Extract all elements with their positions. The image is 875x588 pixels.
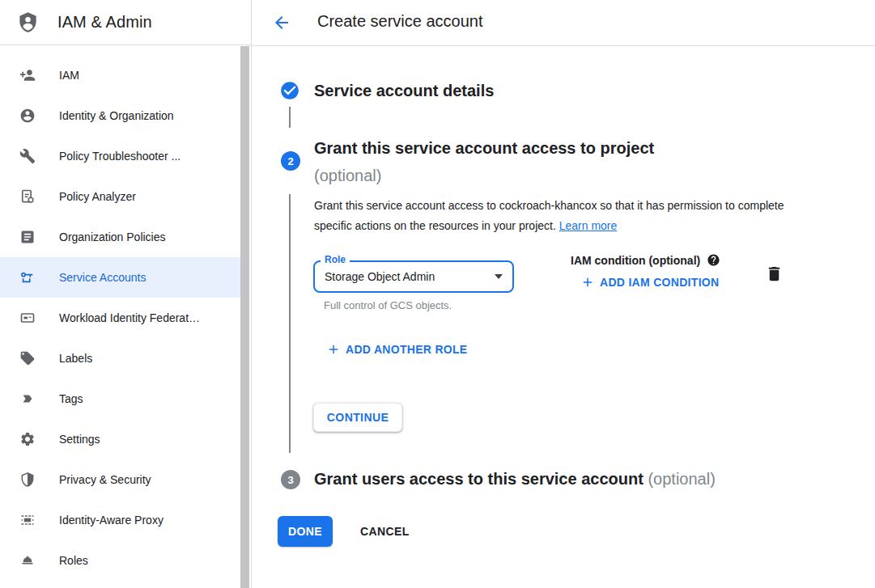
sidebar-header: IAM & Admin bbox=[0, 0, 251, 45]
sidebar-item-label: Labels bbox=[59, 352, 92, 365]
sidebar-item-tags[interactable]: Tags bbox=[0, 379, 240, 419]
description-text: Grant this service account access to coc… bbox=[314, 199, 784, 232]
plus-icon bbox=[326, 342, 341, 357]
sidebar-item-label: Settings bbox=[59, 433, 100, 446]
product-title: IAM & Admin bbox=[57, 13, 152, 32]
help-icon[interactable] bbox=[707, 253, 720, 267]
sidebar-nav: IAM Identity & Organization Policy Troub… bbox=[0, 46, 240, 581]
step2-circle: 2 bbox=[281, 151, 300, 171]
step3-optional: (optional) bbox=[648, 470, 715, 488]
step2-description: Grant this service account access to coc… bbox=[314, 196, 796, 236]
add-another-role-label: ADD ANOTHER ROLE bbox=[346, 343, 468, 356]
sidebar-item-service-accounts[interactable]: Service Accounts bbox=[0, 257, 240, 298]
delete-role-trash-icon[interactable] bbox=[765, 264, 784, 283]
article-icon bbox=[19, 229, 36, 245]
sidebar-item-iam[interactable]: IAM bbox=[0, 55, 240, 95]
done-button[interactable]: DONE bbox=[278, 516, 333, 547]
tag-arrow-icon bbox=[19, 391, 36, 407]
plus-icon bbox=[580, 275, 595, 290]
sidebar-scrollbar[interactable] bbox=[240, 46, 249, 588]
sidebar-item-label: Policy Analyzer bbox=[59, 190, 136, 203]
step2-title: Grant this service account access to pro… bbox=[314, 134, 654, 162]
add-iam-condition-label: ADD IAM CONDITION bbox=[600, 276, 719, 289]
sidebar-item-label: Tags bbox=[59, 392, 83, 405]
sidebar-item-label: Organization Policies bbox=[59, 231, 166, 243]
account-circle-icon bbox=[19, 108, 36, 124]
label-tag-icon bbox=[19, 350, 36, 366]
wrench-icon bbox=[19, 148, 36, 164]
step3-circle: 3 bbox=[281, 470, 300, 489]
add-iam-condition-button[interactable]: ADD IAM CONDITION bbox=[580, 275, 719, 290]
iam-condition-label: IAM condition (optional) bbox=[571, 254, 700, 267]
hat-icon bbox=[19, 552, 36, 569]
iam-admin-shield-icon bbox=[17, 11, 39, 33]
main-content: Service account details 2 Grant this ser… bbox=[252, 46, 875, 588]
sidebar-item-label: Service Accounts bbox=[59, 271, 146, 284]
sidebar-item-labels[interactable]: Labels bbox=[0, 338, 240, 379]
sidebar-item-label: IAM bbox=[59, 69, 79, 82]
sidebar-item-policy-analyzer[interactable]: Policy Analyzer bbox=[0, 176, 240, 217]
sidebar-item-label: Workload Identity Federat… bbox=[59, 311, 200, 324]
sidebar-item-organization-policies[interactable]: Organization Policies bbox=[0, 217, 240, 257]
step2-heading: Grant this service account access to pro… bbox=[314, 134, 654, 189]
step3-number: 3 bbox=[287, 474, 293, 486]
dropdown-caret-icon bbox=[495, 274, 503, 279]
add-another-role-button[interactable]: ADD ANOTHER ROLE bbox=[326, 342, 468, 357]
gear-icon bbox=[19, 431, 36, 447]
role-field-label: Role bbox=[321, 254, 350, 265]
role-select[interactable]: Role Storage Object Admin bbox=[313, 260, 514, 293]
document-analyze-icon bbox=[19, 188, 36, 205]
sidebar-item-privacy-security[interactable]: Privacy & Security bbox=[0, 459, 240, 500]
sidebar: IAM & Admin IAM Identity & Organization … bbox=[0, 0, 252, 588]
step-connector bbox=[289, 194, 291, 453]
role-field-wrapper: Role Storage Object Admin bbox=[313, 260, 514, 293]
create-service-account-page: IAM & Admin IAM Identity & Organization … bbox=[0, 0, 875, 588]
role-selected-value: Storage Object Admin bbox=[325, 270, 495, 283]
sidebar-item-identity-organization[interactable]: Identity & Organization bbox=[0, 95, 240, 136]
iam-condition-header: IAM condition (optional) bbox=[571, 253, 720, 267]
sidebar-item-label: Policy Troubleshooter ... bbox=[59, 150, 181, 163]
role-helper-text: Full control of GCS objects. bbox=[324, 299, 452, 311]
person-add-icon bbox=[19, 67, 36, 83]
sidebar-item-settings[interactable]: Settings bbox=[0, 419, 240, 459]
sidebar-item-label: Identity-Aware Proxy bbox=[59, 514, 164, 527]
service-account-key-icon bbox=[19, 269, 36, 286]
step2-number: 2 bbox=[287, 155, 293, 167]
step1-check-circle-icon bbox=[279, 80, 300, 101]
sidebar-item-policy-troubleshooter[interactable]: Policy Troubleshooter ... bbox=[0, 136, 240, 176]
step1-title: Service account details bbox=[314, 82, 494, 100]
step2-optional: (optional) bbox=[314, 162, 654, 189]
cancel-button[interactable]: CANCEL bbox=[360, 516, 410, 547]
proxy-grid-icon bbox=[19, 512, 36, 528]
sidebar-item-roles[interactable]: Roles bbox=[0, 540, 240, 581]
sidebar-item-identity-aware-proxy[interactable]: Identity-Aware Proxy bbox=[0, 500, 240, 540]
step3-title: Grant users access to this service accou… bbox=[314, 470, 644, 488]
main-header: Create service account bbox=[252, 0, 875, 46]
page-title: Create service account bbox=[317, 12, 483, 31]
card-icon bbox=[19, 310, 36, 326]
continue-button[interactable]: CONTINUE bbox=[313, 403, 402, 432]
sidebar-item-workload-identity-federation[interactable]: Workload Identity Federat… bbox=[0, 298, 240, 338]
step-connector bbox=[289, 107, 291, 128]
learn-more-link[interactable]: Learn more bbox=[559, 219, 618, 232]
sidebar-item-label: Identity & Organization bbox=[59, 109, 174, 122]
back-arrow-icon[interactable] bbox=[272, 13, 291, 32]
step3-heading: Grant users access to this service accou… bbox=[314, 470, 716, 489]
sidebar-item-label: Privacy & Security bbox=[59, 473, 151, 486]
shield-half-icon bbox=[19, 472, 36, 488]
sidebar-item-label: Roles bbox=[59, 554, 88, 567]
